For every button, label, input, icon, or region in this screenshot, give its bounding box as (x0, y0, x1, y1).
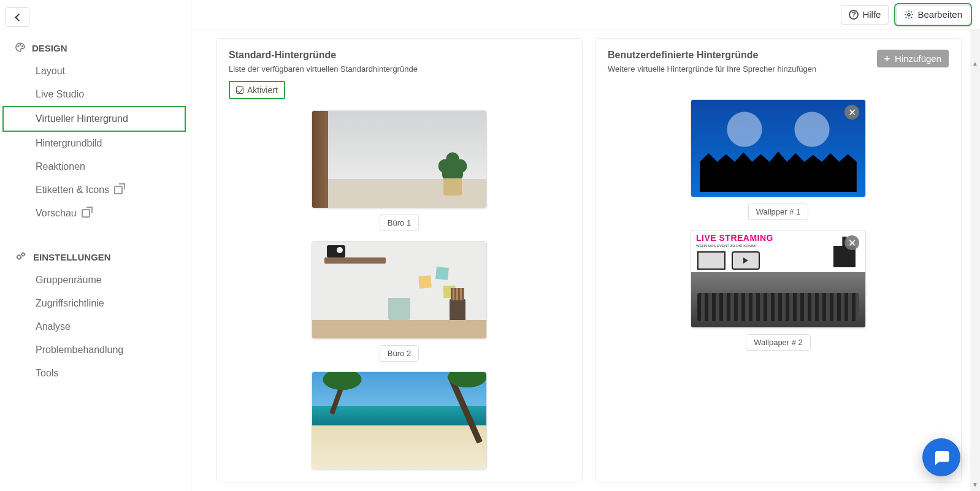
section-header-design: DESIGN (0, 33, 191, 59)
section-header-settings: EINSTELLUNGEN (0, 242, 191, 268)
svg-point-2 (22, 46, 23, 47)
help-icon: ? (849, 10, 859, 20)
edit-button[interactable]: Bearbeiten (896, 5, 970, 25)
close-icon: ✕ (848, 237, 856, 249)
bg-item-office-1[interactable]: Büro 1 (312, 110, 487, 231)
edit-label: Bearbeiten (917, 9, 962, 20)
svg-point-0 (18, 46, 19, 47)
scrollbar[interactable]: ▲ ▼ (970, 29, 980, 491)
bg-label: Wallpaper # 2 (746, 334, 811, 351)
nav-label: Gruppenräume (36, 275, 102, 286)
chat-fab[interactable] (922, 438, 960, 476)
sidebar-item-access-policy[interactable]: Zugriffsrichtlinie (0, 292, 191, 315)
sidebar-item-tools[interactable]: Tools (0, 362, 191, 385)
chevron-left-icon (15, 13, 23, 21)
nav-label: Hintergrundbild (36, 138, 102, 149)
help-label: Hilfe (862, 9, 881, 20)
sidebar-item-group-rooms[interactable]: Gruppenräume (0, 268, 191, 292)
external-link-icon (114, 186, 123, 194)
custom-bg-list: ✕ Wallpper # 1 LIVE STREAMING WENN DAS E… (608, 99, 949, 351)
bg-thumbnail (312, 371, 487, 470)
bg-label: Büro 1 (380, 215, 419, 231)
svg-point-4 (22, 253, 25, 256)
section-label: DESIGN (32, 43, 67, 53)
nav-label: Reaktionen (36, 161, 85, 172)
back-button[interactable] (5, 7, 29, 27)
content: Standard-Hintergründe Liste der verfügba… (191, 29, 980, 491)
bg-label: Büro 2 (380, 345, 419, 362)
bg-thumbnail: LIVE STREAMING WENN DAS EVENT ZU DIR KOM… (691, 230, 866, 328)
thumbnail-subtitle: WENN DAS EVENT ZU DIR KOMMT. (696, 244, 758, 248)
help-button[interactable]: ? Hilfe (841, 5, 889, 25)
nav-label: Vorschau (36, 208, 77, 219)
nav-label: Virtueller Hintergrund (36, 113, 128, 124)
close-icon: ✕ (848, 107, 856, 118)
nav-label: Layout (36, 66, 65, 77)
bg-item-office-2[interactable]: Büro 2 (312, 241, 487, 362)
bg-label: Wallpper # 1 (748, 204, 809, 220)
nav-label: Live Studio (36, 89, 84, 100)
section-label: EINSTELLUNGEN (33, 252, 111, 262)
sidebar-item-analysis[interactable]: Analyse (0, 315, 191, 338)
add-label: Hinzufügen (895, 53, 941, 64)
plus-icon: + (884, 54, 890, 64)
panel-desc: Liste der verfügbaren virtuellen Standar… (229, 64, 570, 74)
gear-icon (904, 10, 914, 20)
add-background-button[interactable]: + Hinzufügen (877, 50, 949, 67)
sidebar-item-background-image[interactable]: Hintergrundbild (0, 132, 191, 155)
nav-label: Etiketten & Icons (36, 185, 109, 196)
panel-title: Benutzerdefinierte Hintergründe (608, 50, 816, 61)
svg-point-5 (908, 13, 910, 16)
bg-item-wallpaper-1[interactable]: ✕ Wallpper # 1 (691, 99, 866, 220)
sidebar-item-layout[interactable]: Layout (0, 59, 191, 83)
scroll-up-arrow-icon: ▲ (971, 60, 979, 67)
bg-thumbnail (312, 110, 487, 208)
chat-icon (932, 448, 951, 466)
sidebar-item-preview[interactable]: Vorschau (0, 202, 191, 225)
scroll-down-arrow-icon: ▼ (971, 481, 979, 489)
svg-point-3 (17, 256, 21, 259)
bg-item-beach[interactable] (312, 371, 487, 470)
panel-title: Standard-Hintergründe (229, 50, 570, 61)
remove-background-button[interactable]: ✕ (844, 105, 859, 120)
nav-label: Tools (36, 368, 58, 379)
external-link-icon (82, 209, 90, 218)
sidebar-item-troubleshooting[interactable]: Problembehandlung (0, 338, 191, 362)
sidebar-item-virtual-background[interactable]: Virtueller Hintergrund (2, 106, 186, 132)
bg-item-wallpaper-2[interactable]: LIVE STREAMING WENN DAS EVENT ZU DIR KOM… (691, 230, 866, 351)
sidebar-item-reactions[interactable]: Reaktionen (0, 155, 191, 178)
nav-label: Problembehandlung (36, 344, 123, 356)
sidebar-item-labels-icons[interactable]: Etiketten & Icons (0, 178, 191, 202)
activated-chip[interactable]: Aktiviert (229, 81, 285, 99)
sidebar: DESIGN Layout Live Studio Virtueller Hin… (0, 0, 191, 491)
panel-standard-backgrounds: Standard-Hintergründe Liste der verfügba… (216, 38, 583, 482)
palette-icon (15, 42, 26, 55)
panel-custom-backgrounds: Benutzerdefinierte Hintergründe Weitere … (595, 38, 962, 482)
checkbox-checked-icon (236, 86, 243, 94)
panel-desc: Weitere virtuelle Hintergründe für Ihre … (608, 64, 816, 74)
nav-label: Zugriffsrichtlinie (36, 298, 104, 309)
thumbnail-title: LIVE STREAMING (696, 233, 773, 243)
svg-point-1 (20, 45, 21, 46)
topbar: ? Hilfe Bearbeiten (191, 0, 980, 29)
nav-label: Analyse (36, 321, 71, 332)
bg-thumbnail (312, 241, 487, 339)
activated-label: Aktiviert (247, 85, 278, 95)
bg-thumbnail: ✕ (691, 99, 866, 197)
main: ? Hilfe Bearbeiten Standard-Hintergründe… (191, 0, 980, 491)
standard-bg-list: Büro 1 Büro 2 (229, 110, 570, 470)
remove-background-button[interactable]: ✕ (844, 235, 859, 250)
gears-icon (15, 251, 27, 264)
sidebar-item-live-studio[interactable]: Live Studio (0, 83, 191, 106)
